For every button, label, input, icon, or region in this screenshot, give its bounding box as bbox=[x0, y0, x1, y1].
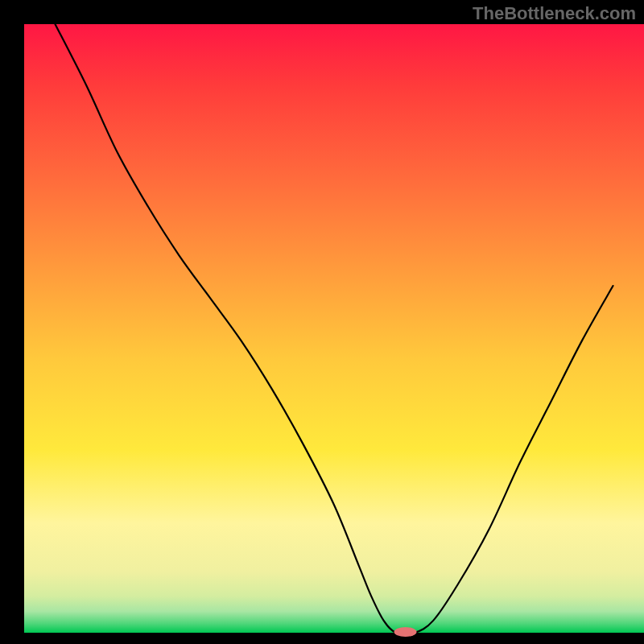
frame-bottom bbox=[0, 633, 644, 644]
plot-background bbox=[24, 24, 644, 633]
chart-container: TheBottleneck.com bbox=[0, 0, 644, 644]
frame-left bbox=[0, 0, 24, 644]
minimum-marker bbox=[394, 627, 417, 637]
bottleneck-chart bbox=[0, 0, 644, 644]
watermark-label: TheBottleneck.com bbox=[473, 3, 636, 24]
